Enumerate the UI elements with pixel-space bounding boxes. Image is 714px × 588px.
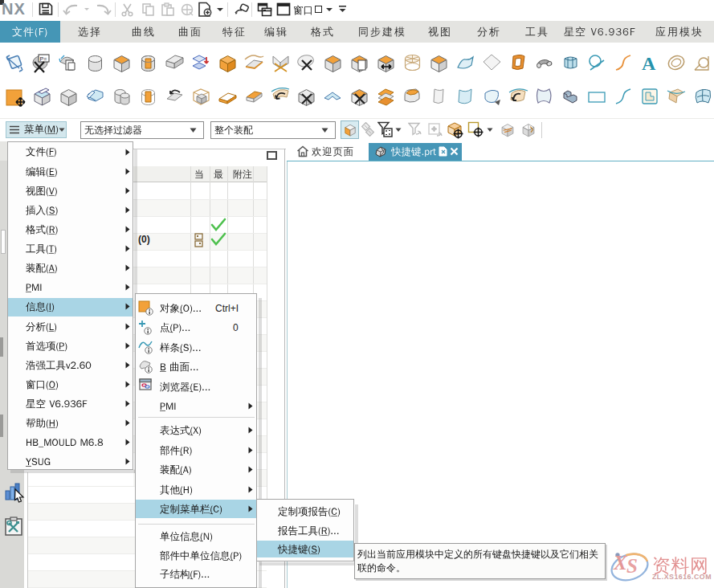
svg-text:P=: P= — [40, 56, 47, 62]
svg-text:A: A — [642, 53, 656, 74]
